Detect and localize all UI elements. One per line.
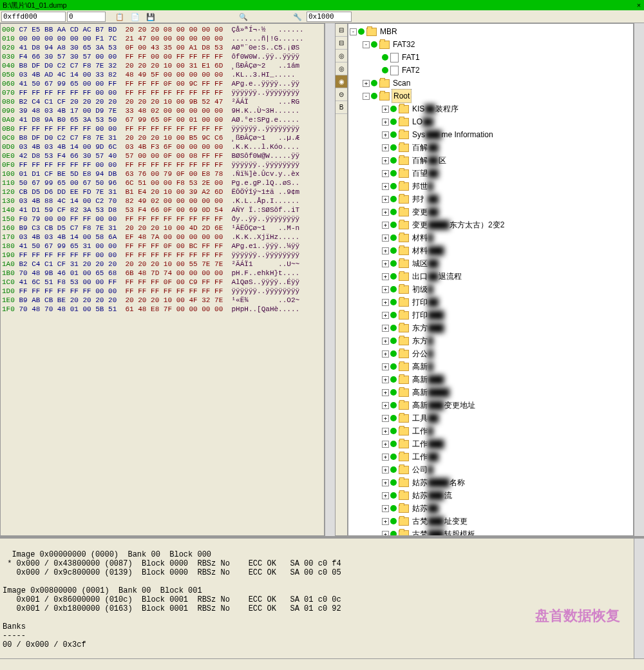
iconbar-item-2[interactable]: ◎	[336, 50, 347, 62]
iconbar-item-4[interactable]: ◉	[336, 75, 347, 88]
expand-icon[interactable]: +	[382, 157, 389, 164]
expand-icon[interactable]: +	[382, 325, 389, 332]
tree-scrollbar[interactable]	[634, 23, 644, 536]
tree-mbr[interactable]: MBR	[379, 25, 399, 38]
tree-item[interactable]: 百望██	[411, 167, 440, 180]
save-icon[interactable]: 💾	[146, 12, 156, 22]
tree-item[interactable]: 邦扌██	[411, 193, 440, 206]
size-input[interactable]	[307, 12, 352, 22]
expand-icon[interactable]: +	[382, 518, 389, 525]
expand-icon[interactable]: +	[382, 144, 389, 151]
expand-icon[interactable]: +	[382, 299, 389, 306]
expand-icon[interactable]: +	[382, 350, 389, 358]
tree-item[interactable]: 东方█	[411, 334, 435, 347]
iconbar-item-6[interactable]: B	[336, 101, 347, 114]
tree-item[interactable]: 材料█	[411, 231, 435, 244]
expand-icon[interactable]: +	[382, 106, 389, 113]
expand-icon[interactable]: +	[382, 209, 389, 216]
expand-icon[interactable]: +	[382, 260, 389, 267]
tree-item[interactable]: 工作███	[411, 437, 446, 450]
expand-icon[interactable]: +	[382, 273, 389, 280]
expand-icon[interactable]: +	[382, 312, 389, 319]
iconbar-item-5[interactable]: ⊝	[336, 88, 347, 101]
log-scrollbar[interactable]	[634, 539, 644, 658]
file-tree[interactable]: -MBR-FAT32FAT1FAT2+Scan-Root+KIS██装程序+LO…	[348, 23, 634, 536]
hex-scrollbar[interactable]	[325, 23, 335, 536]
expand-icon[interactable]: +	[382, 363, 389, 370]
tree-item[interactable]: 高新███	[411, 373, 446, 386]
tree-item[interactable]: LO██	[411, 115, 435, 128]
tree-item[interactable]: 百解██	[411, 141, 440, 154]
tree-item[interactable]: Sys███me Information	[411, 128, 495, 141]
expand-icon[interactable]: +	[382, 454, 389, 461]
iconbar-item-0[interactable]: ⊟	[336, 24, 347, 37]
find-icon[interactable]: 🔍	[238, 12, 249, 22]
tree-fat32[interactable]: FAT32	[392, 38, 416, 51]
expand-icon[interactable]: +	[382, 402, 389, 409]
expand-icon[interactable]: -	[363, 93, 370, 100]
tree-root[interactable]: Root	[392, 89, 412, 103]
expand-icon[interactable]: +	[382, 441, 389, 448]
tree-item[interactable]: 变更██	[411, 206, 440, 218]
expand-icon[interactable]: +	[382, 338, 389, 345]
expand-icon[interactable]: +	[382, 196, 389, 203]
tree-item[interactable]: 变更████东方太古）2变2	[411, 218, 506, 231]
expand-icon[interactable]: +	[382, 286, 389, 293]
copy-icon[interactable]: 📋	[115, 12, 125, 22]
expand-icon[interactable]: +	[382, 131, 389, 139]
expand-icon[interactable]: +	[382, 222, 389, 229]
tree-item[interactable]: 城区██	[411, 257, 440, 270]
expand-icon[interactable]: +	[363, 80, 370, 87]
expand-icon[interactable]: -	[363, 41, 370, 48]
tree-item[interactable]: 工作██	[411, 450, 440, 463]
tree-item[interactable]: 打印██	[411, 296, 440, 309]
tree-item[interactable]: 高新█	[411, 360, 435, 373]
log-pane[interactable]: Image 0x00000000 (0000) Bank 00 Block 00…	[0, 536, 644, 658]
expand-icon[interactable]: +	[382, 389, 389, 396]
tree-item[interactable]: 初级█	[411, 283, 435, 296]
expand-icon[interactable]: +	[382, 376, 389, 383]
tree-item[interactable]: 打印███	[411, 309, 446, 321]
expand-icon[interactable]: +	[382, 531, 389, 537]
expand-icon[interactable]: +	[382, 492, 389, 499]
tree-item[interactable]: 工作█	[411, 425, 435, 437]
iconbar-item-1[interactable]: ⊟	[336, 37, 347, 50]
tree-item[interactable]: KIS██装程序	[411, 102, 460, 115]
tree-scan[interactable]: Scan	[392, 77, 412, 90]
tree-fat1[interactable]: FAT1	[401, 51, 421, 64]
tree-item[interactable]: 分公█	[411, 347, 435, 360]
tree-item[interactable]: 姑苏███流	[411, 489, 453, 502]
tree-item[interactable]: 姑苏████名称	[411, 476, 466, 489]
expand-icon[interactable]: +	[382, 479, 389, 486]
expand-icon[interactable]: +	[382, 428, 389, 435]
tree-item[interactable]: 高新████	[411, 386, 451, 399]
tree-item[interactable]: 邦世█	[411, 180, 435, 193]
expand-icon[interactable]: +	[382, 247, 389, 254]
tree-item[interactable]: 材料███	[411, 244, 446, 257]
expand-icon[interactable]: +	[382, 183, 389, 190]
tree-item[interactable]: 出口██退流程	[411, 270, 463, 283]
tree-item[interactable]: 公司█	[411, 463, 435, 476]
expand-icon[interactable]: -	[350, 28, 357, 35]
address-input[interactable]	[1, 12, 66, 22]
expand-icon[interactable]: +	[382, 235, 389, 242]
address2-input[interactable]	[67, 12, 106, 22]
tree-item[interactable]: 古梵███转股模板	[411, 528, 477, 536]
paste-icon[interactable]: 📄	[130, 12, 140, 22]
tree-item[interactable]: 古梵███址变更	[411, 515, 469, 528]
tool-icon[interactable]: 🔧	[292, 12, 303, 22]
tree-item[interactable]: 姑苏██	[411, 502, 440, 515]
expand-icon[interactable]: +	[382, 415, 389, 422]
tree-item[interactable]: 高新███变更地址	[411, 399, 477, 412]
expand-icon[interactable]: +	[382, 170, 389, 177]
close-button[interactable]: ×	[634, 0, 644, 10]
expand-icon[interactable]: +	[382, 466, 389, 474]
expand-icon[interactable]: +	[382, 119, 389, 126]
expand-icon[interactable]: +	[382, 505, 389, 512]
tree-fat2[interactable]: FAT2	[401, 64, 421, 77]
tree-item[interactable]: 工具██	[411, 412, 440, 425]
tree-item[interactable]: 百解██区	[411, 154, 448, 167]
tree-item[interactable]: 东方███	[411, 321, 446, 334]
iconbar-item-3[interactable]: ◎	[336, 62, 347, 75]
hex-view[interactable]: 000 C7 E5 BB AA CD AC B7 BD 20 20 20 08 …	[1, 24, 324, 535]
